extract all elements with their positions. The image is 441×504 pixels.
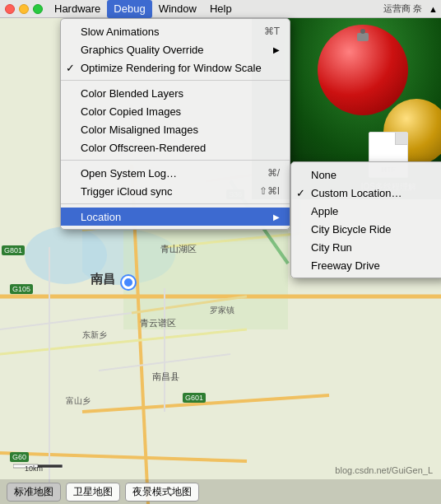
menu-item-color-blended[interactable]: Color Blended Layers <box>61 84 290 102</box>
menu-item-location-custom[interactable]: ✓ Custom Location… <box>291 184 441 202</box>
menu-item-label: Apple <box>311 205 338 217</box>
menu-item-label: Trigger iCloud sync <box>81 185 173 198</box>
menu-item-label: City Run <box>311 241 352 254</box>
menu-item-label: Color Copied Images <box>81 105 181 118</box>
svg-text:10km: 10km <box>25 464 43 471</box>
menu-hardware[interactable]: Hardware <box>48 0 107 18</box>
road-badge-g105: G105 <box>10 284 33 294</box>
menu-item-location-none[interactable]: None <box>291 166 441 184</box>
menu-item-label: Optimize Rendering for Window Scale <box>81 62 262 74</box>
minimize-button[interactable] <box>19 4 29 14</box>
town-label-luojia: 罗家镇 <box>210 305 234 316</box>
menu-item-location[interactable]: Location ▶ <box>61 208 290 226</box>
menu-item-location-run[interactable]: City Run <box>291 238 441 256</box>
menu-debug[interactable]: Debug <box>107 0 151 18</box>
menu-item-label: Color Blended Layers <box>81 87 183 100</box>
bottom-bar: 标准地图 卫星地图 夜景模式地图 <box>0 479 441 504</box>
menu-item-label: None <box>311 169 337 181</box>
scale-bar: 10km <box>13 458 79 474</box>
arrow-icon: ▶ <box>273 212 280 222</box>
road-badge-g601: G601 <box>183 393 206 403</box>
menu-item-label: City Bicycle Ride <box>311 223 392 236</box>
menu-item-label: Freeway Drive <box>311 259 380 272</box>
menu-item-shortcut: ⌘T <box>264 26 280 37</box>
menu-item-label: Custom Location… <box>311 187 402 199</box>
menu-item-graphics-quality[interactable]: Graphics Quality Override ▶ <box>61 40 290 58</box>
map-type-night[interactable]: 夜景模式地图 <box>125 483 199 502</box>
close-button[interactable] <box>5 4 15 14</box>
menu-item-color-copied[interactable]: Color Copied Images <box>61 102 290 120</box>
location-dot <box>122 276 135 289</box>
menu-item-shortcut: ⇧⌘I <box>259 185 280 197</box>
menu-item-label: Location <box>81 211 121 223</box>
menu-item-color-misaligned[interactable]: Color Misaligned Images <box>61 120 290 138</box>
map-type-satellite[interactable]: 卫星地图 <box>66 483 120 502</box>
menu-window[interactable]: Window <box>152 0 203 18</box>
menu-help[interactable]: Help <box>203 0 239 18</box>
town-label-dongxin: 东新乡 <box>82 329 107 341</box>
menu-item-trigger-icloud[interactable]: Trigger iCloud sync ⇧⌘I <box>61 182 290 200</box>
check-icon: ✓ <box>66 62 75 74</box>
menu-item-location-apple[interactable]: Apple <box>291 202 441 220</box>
separator-2 <box>61 160 290 161</box>
menu-item-label: Open System Log… <box>81 167 177 180</box>
county-label-nanchang: 南昌县 <box>152 371 179 383</box>
separator-3 <box>61 203 290 204</box>
city-label-nanchang: 南昌 <box>91 272 115 287</box>
watermark: blog.csdn.net/GuiGen_L <box>335 465 433 475</box>
menu-bar: Hardware Debug Window Help 运营商 奈 ▲ <box>0 0 441 18</box>
menu-item-color-offscreen[interactable]: Color Offscreen-Rendered <box>61 138 290 156</box>
district-label-qingshan: 青山湖区 <box>160 243 197 255</box>
carrier-label: 运营商 奈 <box>380 2 425 15</box>
town-label-fushan: 富山乡 <box>66 395 91 407</box>
menu-item-location-bicycle[interactable]: City Bicycle Ride <box>291 220 441 238</box>
separator-1 <box>61 80 290 81</box>
menu-item-label: Slow Animations <box>81 26 159 38</box>
maximize-button[interactable] <box>33 4 43 14</box>
check-icon: ✓ <box>296 187 305 199</box>
location-submenu: None ✓ Custom Location… Apple City Bicyc… <box>290 161 441 278</box>
menu-item-shortcut: ⌘/ <box>267 167 280 179</box>
road-badge-g801: G801 <box>2 245 25 255</box>
district-label-qingyun: 青云谱区 <box>140 317 176 329</box>
wifi-icon: ▲ <box>425 4 441 14</box>
christmas-ball-red <box>318 25 408 115</box>
menu-item-optimize-rendering[interactable]: ✓ Optimize Rendering for Window Scale <box>61 58 290 77</box>
map-type-standard[interactable]: 标准地图 <box>7 483 61 502</box>
debug-dropdown-menu: Slow Animations ⌘T Graphics Quality Over… <box>60 18 290 230</box>
menu-item-location-freeway[interactable]: Freeway Drive <box>291 256 441 274</box>
arrow-icon: ▶ <box>273 45 280 54</box>
menu-item-open-system-log[interactable]: Open System Log… ⌘/ <box>61 164 290 182</box>
menu-item-label: Graphics Quality Override <box>81 44 204 56</box>
menu-item-label: Color Misaligned Images <box>81 124 198 136</box>
window-controls <box>0 4 48 14</box>
menu-item-slow-animations[interactable]: Slow Animations ⌘T <box>61 22 290 40</box>
svg-rect-2 <box>123 231 288 329</box>
menu-item-label: Color Offscreen-Rendered <box>81 142 206 154</box>
